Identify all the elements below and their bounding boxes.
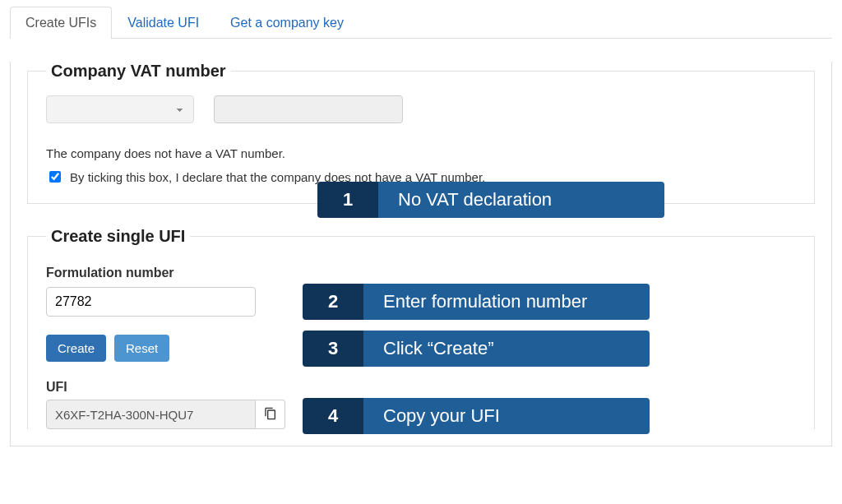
vat-legend: Company VAT number (46, 62, 231, 81)
copy-ufi-button[interactable] (256, 400, 285, 429)
ufi-output[interactable] (46, 400, 256, 429)
callout-4-number: 4 (303, 398, 363, 434)
callout-1-label: No VAT declaration (378, 182, 664, 218)
formulation-input[interactable] (46, 287, 256, 317)
callout-3-number: 3 (303, 331, 363, 367)
tab-create-ufis[interactable]: Create UFIs (10, 7, 112, 39)
single-ufi-section: Create single UFI Formulation number 2 E… (27, 227, 815, 429)
tab-content: Company VAT number The company does not … (10, 62, 832, 446)
vat-controls-row (46, 95, 796, 123)
tab-bar: Create UFIs Validate UFI Get a company k… (10, 7, 832, 39)
no-vat-checkbox[interactable] (49, 171, 61, 183)
no-vat-text: The company does not have a VAT number. (46, 146, 796, 160)
callout-3: 3 Click “Create” (303, 331, 650, 367)
reset-button[interactable]: Reset (114, 335, 169, 362)
callout-1: 1 No VAT declaration (317, 182, 664, 218)
tab-get-company-key[interactable]: Get a company key (215, 7, 359, 39)
formulation-label: Formulation number (46, 266, 796, 280)
callout-4-label: Copy your UFI (363, 398, 650, 434)
create-button[interactable]: Create (46, 335, 106, 362)
ufi-label: UFI (46, 380, 796, 395)
vat-section: Company VAT number The company does not … (27, 62, 815, 204)
callout-2-number: 2 (303, 284, 363, 320)
vat-number-input[interactable] (214, 95, 403, 123)
callout-3-label: Click “Create” (363, 331, 650, 367)
vat-country-select[interactable] (46, 95, 194, 123)
callout-2: 2 Enter formulation number (303, 284, 650, 320)
clipboard-icon (264, 407, 277, 423)
single-ufi-legend: Create single UFI (46, 227, 190, 246)
callout-1-number: 1 (317, 182, 378, 218)
callout-2-label: Enter formulation number (363, 284, 650, 320)
callout-4: 4 Copy your UFI (303, 398, 650, 434)
tab-validate-ufi[interactable]: Validate UFI (112, 7, 215, 39)
